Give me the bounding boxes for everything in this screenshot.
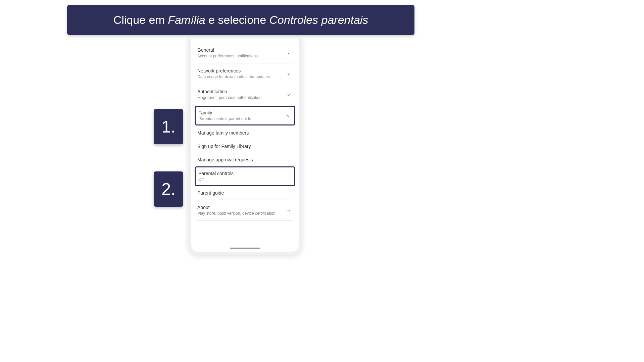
instruction-em-family: Família <box>168 13 205 26</box>
instruction-text-prefix: Clique em <box>113 13 168 26</box>
settings-item-network-text: Network preferences Data usage for downl… <box>197 68 286 79</box>
settings-item-authentication[interactable]: Authentication Fingerprint, purchase aut… <box>197 84 293 105</box>
settings-item-authentication-title: Authentication <box>197 89 286 94</box>
settings-item-network-subtitle: Data usage for downloads, auto-updates <box>197 74 286 79</box>
step-badge-2: 2. <box>154 171 183 207</box>
settings-item-family-title: Family <box>198 110 285 115</box>
sub-item-manage-requests[interactable]: Manage approval requests <box>197 153 293 166</box>
step-badge-1-label: 1. <box>161 117 176 137</box>
settings-item-about-title: About <box>197 205 286 210</box>
home-indicator[interactable] <box>230 248 260 249</box>
sub-item-parental-controls-title: Parental controls <box>198 171 292 176</box>
chevron-down-icon <box>286 51 291 56</box>
chevron-down-icon <box>286 71 291 77</box>
step-badge-2-label: 2. <box>161 179 176 199</box>
instruction-banner: Clique em Família e selecione Controles … <box>67 5 414 35</box>
chevron-down-icon <box>286 92 291 98</box>
sub-item-parent-guide[interactable]: Parent guide <box>197 186 293 200</box>
settings-item-about-text: About Play store, build version, device … <box>197 205 286 216</box>
settings-item-authentication-text: Authentication Fingerprint, purchase aut… <box>197 89 286 100</box>
instruction-em-parental: Controles parentais <box>269 13 368 26</box>
phone-content: General Account preferences, notificatio… <box>191 39 299 252</box>
step-badge-1: 1. <box>154 109 183 144</box>
settings-item-about-subtitle: Play store, build version, device certif… <box>197 211 286 216</box>
settings-item-family-subtitle: Parental control, parent guide <box>198 116 285 121</box>
settings-item-family-text: Family Parental control, parent guide <box>198 110 285 121</box>
settings-item-general-text: General Account preferences, notificatio… <box>197 47 286 58</box>
instruction-text-middle: e selecione <box>205 13 269 26</box>
settings-item-authentication-subtitle: Fingerprint, purchase authentication <box>197 95 286 100</box>
chevron-down-icon <box>286 208 291 213</box>
sub-item-manage-members[interactable]: Manage family members <box>197 126 293 140</box>
settings-item-family[interactable]: Family Parental control, parent guide <box>195 106 295 125</box>
settings-item-network-title: Network preferences <box>197 68 286 73</box>
settings-item-about[interactable]: About Play store, build version, device … <box>197 200 293 221</box>
sub-item-parental-controls-status: Off <box>198 177 292 182</box>
settings-item-general-title: General <box>197 47 286 53</box>
settings-item-general[interactable]: General Account preferences, notificatio… <box>197 43 293 63</box>
settings-item-general-subtitle: Account preferences, notifications <box>197 54 286 58</box>
sub-item-signup-library[interactable]: Sign up for Family Library <box>197 140 293 153</box>
phone-frame: General Account preferences, notificatio… <box>188 39 302 255</box>
sub-item-parental-controls[interactable]: Parental controls Off <box>195 166 295 186</box>
settings-item-network[interactable]: Network preferences Data usage for downl… <box>197 63 293 84</box>
chevron-up-icon <box>285 113 290 119</box>
